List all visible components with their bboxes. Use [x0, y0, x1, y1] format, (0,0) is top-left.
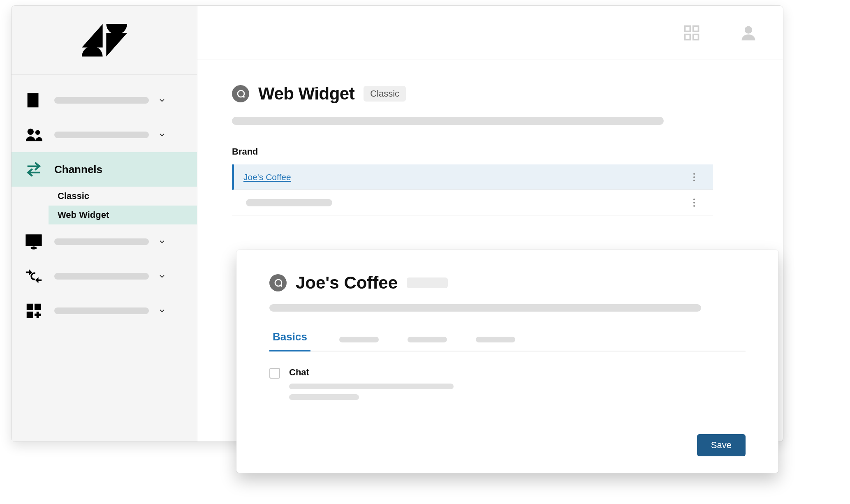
chevron-down-icon	[158, 272, 166, 280]
overlay-title: Joe's Coffee	[296, 273, 398, 293]
placeholder-text	[54, 273, 149, 280]
chat-checkbox[interactable]	[269, 368, 280, 379]
chevron-down-icon	[158, 307, 166, 315]
save-button[interactable]: Save	[697, 434, 746, 456]
placeholder-text	[407, 277, 448, 288]
sidebar-item-routing[interactable]	[12, 259, 197, 294]
sidebar-sub-classic[interactable]: Classic	[58, 187, 197, 206]
option-label: Chat	[289, 367, 454, 378]
people-icon	[22, 123, 45, 146]
sidebar-sub-label: Web Widget	[58, 210, 109, 220]
sidebar-sub-label: Classic	[58, 191, 89, 201]
brand-list: Joe's Coffee	[232, 164, 713, 215]
tab-placeholder[interactable]	[408, 337, 447, 342]
svg-rect-10	[693, 34, 699, 39]
svg-rect-6	[27, 312, 33, 318]
placeholder-text	[246, 199, 332, 206]
page-title-row: Web Widget Classic	[232, 84, 783, 104]
sidebar-item-workspaces[interactable]	[12, 224, 197, 259]
overlay-footer: Save	[269, 434, 746, 456]
brand-row-selected[interactable]: Joe's Coffee	[232, 164, 713, 190]
placeholder-text	[289, 394, 359, 400]
routing-icon	[22, 265, 45, 288]
user-avatar-icon[interactable]	[739, 23, 758, 43]
sidebar-logo	[12, 6, 197, 75]
sidebar-sub-channels: Classic Web Widget	[12, 187, 197, 224]
zendesk-logo-icon	[82, 24, 127, 57]
sidebar-item-channels[interactable]: Channels	[12, 152, 197, 187]
placeholder-text	[54, 97, 149, 104]
svg-rect-8	[693, 26, 699, 31]
sidebar-item-organization[interactable]	[12, 83, 197, 118]
monitor-icon	[22, 230, 45, 253]
chevron-down-icon	[158, 238, 166, 246]
brand-section-header: Brand	[232, 146, 783, 157]
svg-point-11	[745, 26, 752, 33]
svg-point-15	[693, 199, 695, 200]
placeholder-text	[54, 238, 149, 245]
more-actions-icon[interactable]	[689, 198, 699, 208]
svg-point-0	[28, 129, 34, 135]
apps-grid-icon[interactable]	[682, 23, 702, 43]
svg-point-3	[30, 247, 37, 250]
svg-point-17	[693, 205, 695, 207]
svg-point-16	[693, 202, 695, 203]
tab-placeholder[interactable]	[339, 337, 379, 342]
svg-point-14	[693, 180, 695, 181]
sidebar-nav: Channels Classic Web Widget	[12, 75, 197, 328]
placeholder-text	[54, 307, 149, 314]
svg-rect-9	[685, 34, 690, 39]
classic-badge: Classic	[364, 86, 406, 102]
building-icon	[22, 89, 45, 112]
placeholder-text	[269, 304, 701, 312]
placeholder-text	[232, 117, 664, 125]
more-actions-icon[interactable]	[689, 172, 699, 182]
chevron-down-icon	[158, 131, 166, 139]
brand-row[interactable]	[232, 190, 713, 215]
option-body: Chat	[289, 367, 454, 400]
chevron-down-icon	[158, 96, 166, 104]
option-chat-row: Chat	[269, 367, 746, 400]
brand-settings-overlay: Joe's Coffee Basics Chat Save	[236, 250, 778, 473]
sidebar-item-apps[interactable]	[12, 294, 197, 328]
svg-point-13	[693, 176, 695, 178]
sidebar-sub-web-widget[interactable]: Web Widget	[49, 206, 197, 224]
apps-add-icon	[22, 299, 45, 322]
overlay-title-row: Joe's Coffee	[269, 273, 746, 293]
svg-rect-5	[35, 304, 41, 310]
chat-bubble-icon	[232, 85, 249, 102]
placeholder-text	[289, 384, 454, 389]
page-content: Web Widget Classic Brand Joe's Coffee	[197, 60, 783, 215]
top-bar	[197, 6, 783, 60]
sidebar-item-label: Channels	[54, 163, 186, 176]
brand-link[interactable]: Joe's Coffee	[243, 172, 291, 182]
placeholder-text	[54, 132, 149, 138]
svg-rect-7	[685, 26, 690, 31]
chat-bubble-icon	[269, 274, 287, 291]
page-title: Web Widget	[258, 84, 354, 104]
tab-basics[interactable]: Basics	[269, 331, 310, 351]
sidebar: Channels Classic Web Widget	[12, 6, 197, 442]
overlay-tabs: Basics	[269, 331, 746, 351]
svg-point-12	[693, 173, 695, 175]
svg-point-1	[35, 130, 40, 135]
channels-arrows-icon	[22, 158, 45, 181]
tab-placeholder[interactable]	[476, 337, 515, 342]
svg-rect-4	[27, 304, 33, 310]
sidebar-item-people[interactable]	[12, 118, 197, 152]
